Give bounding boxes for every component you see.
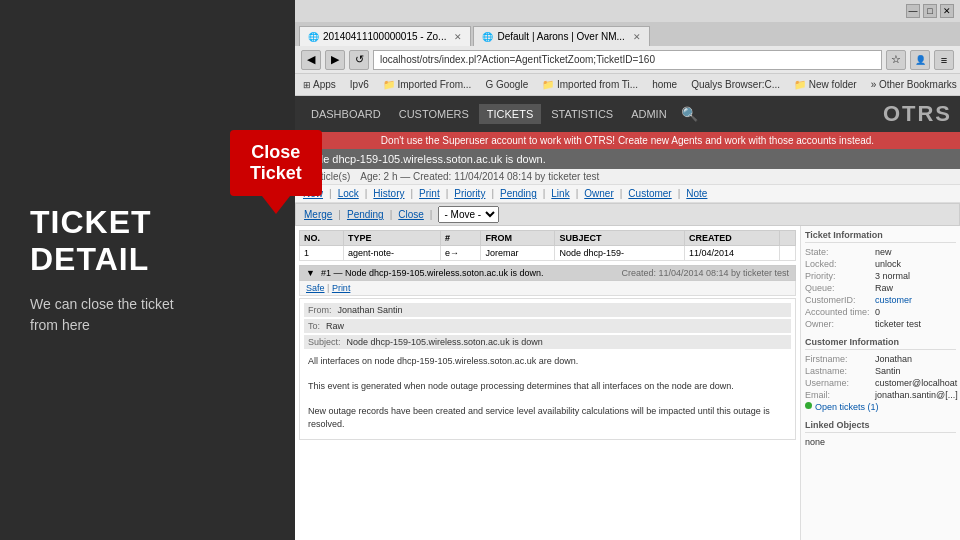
username-row: Username: customer@localhoat: [805, 378, 956, 388]
tab-1-close[interactable]: ✕: [454, 32, 462, 42]
action-owner[interactable]: Owner: [584, 188, 613, 199]
tab-2[interactable]: 🌐 Default | Aarons | Over NM... ✕: [473, 26, 649, 46]
owner-label: Owner:: [805, 319, 875, 329]
cell-subject: Node dhcp-159-: [555, 246, 685, 261]
cell-type: agent-note-: [344, 246, 441, 261]
linked-value: none: [805, 437, 956, 447]
nav-customers[interactable]: CUSTOMERS: [391, 104, 477, 124]
left-panel: TICKET DETAIL We can close the ticket fr…: [0, 0, 295, 540]
state-row: State: new: [805, 247, 956, 257]
bookmark-apps[interactable]: ⊞ Apps: [299, 78, 340, 91]
email-row: Email: jonathan.santin@[...]: [805, 390, 956, 400]
back-button[interactable]: ◀: [301, 50, 321, 70]
accounted-label: Accounted time:: [805, 307, 875, 317]
bookmark-imported[interactable]: 📁 Imported From...: [379, 78, 476, 91]
ticket-main: NO. TYPE # FROM SUBJECT CREATED 1 agent: [295, 226, 800, 540]
col-type: TYPE: [344, 231, 441, 246]
bookmark-home[interactable]: home: [648, 78, 681, 91]
nav-admin[interactable]: ADMIN: [623, 104, 674, 124]
nav-statistics[interactable]: STATISTICS: [543, 104, 621, 124]
ticket-info-section: Ticket Information State: new Locked: un…: [805, 230, 956, 329]
open-tickets-value[interactable]: Open tickets (1): [815, 402, 956, 412]
ticket-sidebar: Ticket Information State: new Locked: un…: [800, 226, 960, 540]
state-label: State:: [805, 247, 875, 257]
col-from: FROM: [481, 231, 555, 246]
state-value: new: [875, 247, 956, 257]
action-lock[interactable]: Lock: [338, 188, 359, 199]
ticket-actions: New | Lock | History | Print | Priority …: [295, 185, 960, 203]
browser-chrome: — □ ✕ 🌐 20140411100000015 - Zo... ✕ 🌐 De…: [295, 0, 960, 96]
cell-no: 1: [300, 246, 344, 261]
accounted-value: 0: [875, 307, 956, 317]
firstname-value: Jonathan: [875, 354, 956, 364]
queue-value: Raw: [875, 283, 956, 293]
star-button[interactable]: ☆: [886, 50, 906, 70]
action-link[interactable]: Link: [551, 188, 569, 199]
maximize-button[interactable]: □: [923, 4, 937, 18]
email-from-row: From: Jonathan Santin: [304, 303, 791, 317]
menu-button[interactable]: ≡: [934, 50, 954, 70]
customerid-value[interactable]: customer: [875, 295, 956, 305]
article-info: Age: 2 h — Created: 11/04/2014 08:14 by …: [360, 171, 599, 182]
subject-label: Subject:: [308, 337, 341, 347]
email-action-print[interactable]: Print: [332, 283, 351, 293]
forward-button[interactable]: ▶: [325, 50, 345, 70]
tab-1[interactable]: 🌐 20140411100000015 - Zo... ✕: [299, 26, 471, 46]
bookmark-new-folder[interactable]: 📁 New folder: [790, 78, 861, 91]
main-content: NO. TYPE # FROM SUBJECT CREATED 1 agent: [295, 226, 960, 540]
tab-2-close[interactable]: ✕: [633, 32, 641, 42]
col-hash: #: [440, 231, 481, 246]
action-history[interactable]: History: [373, 188, 404, 199]
owner-value: ticketer test: [875, 319, 956, 329]
priority-value: 3 normal: [875, 271, 956, 281]
email-value: jonathan.santin@[...]: [875, 390, 958, 400]
email-view: From: Jonathan Santin To: Raw Subject: N…: [299, 298, 796, 440]
bookmark-imported2[interactable]: 📁 Imported from Ti...: [538, 78, 642, 91]
lastname-row: Lastname: Santin: [805, 366, 956, 376]
cell-hash: e→: [440, 246, 481, 261]
email-expand-header[interactable]: ▼ #1 — Node dhcp-159-105.wireless.soton.…: [299, 265, 796, 281]
close-button[interactable]: ✕: [940, 4, 954, 18]
action-print[interactable]: Print: [419, 188, 440, 199]
cell-created: 11/04/2014: [684, 246, 779, 261]
move-dropdown[interactable]: - Move -: [438, 206, 499, 223]
cell-extra: [780, 246, 796, 261]
browser-panel: — □ ✕ 🌐 20140411100000015 - Zo... ✕ 🌐 De…: [295, 0, 960, 540]
ticket-title: Node dhcp-159-105.wireless.soton.ac.uk i…: [303, 153, 546, 165]
email-body: All interfaces on node dhcp-159-105.wire…: [304, 351, 791, 435]
bookmark-ipv6[interactable]: Ipv6: [346, 78, 373, 91]
close-ticket-callout: Close Ticket: [230, 130, 322, 196]
minimize-button[interactable]: —: [906, 4, 920, 18]
submenu-pending[interactable]: Pending: [347, 209, 384, 220]
email-action-safe[interactable]: Safe: [306, 283, 325, 293]
profile-button[interactable]: 👤: [910, 50, 930, 70]
email-actions: Safe | Print: [299, 281, 796, 296]
lastname-value: Santin: [875, 366, 956, 376]
action-priority[interactable]: Priority: [454, 188, 485, 199]
action-customer[interactable]: Customer: [628, 188, 671, 199]
from-value: Jonathan Santin: [338, 305, 403, 315]
article-bar: 1 Article(s) Age: 2 h — Created: 11/04/2…: [295, 169, 960, 185]
otrs-nav: DASHBOARD CUSTOMERS TICKETS STATISTICS A…: [303, 102, 702, 126]
owner-row: Owner: ticketer test: [805, 319, 956, 329]
nav-tickets[interactable]: TICKETS: [479, 104, 541, 124]
otrs-header: DASHBOARD CUSTOMERS TICKETS STATISTICS A…: [295, 96, 960, 132]
bookmark-google[interactable]: G Google: [481, 78, 532, 91]
open-tickets-row: Open tickets (1): [805, 402, 956, 412]
to-label: To:: [308, 321, 320, 331]
submenu-close[interactable]: Close: [398, 209, 424, 220]
action-pending[interactable]: Pending: [500, 188, 537, 199]
tab-1-label: 20140411100000015 - Zo...: [323, 31, 446, 42]
search-icon[interactable]: 🔍: [677, 102, 702, 126]
address-bar[interactable]: localhost/otrs/index.pl?Action=AgentTick…: [373, 50, 882, 70]
col-created: CREATED: [684, 231, 779, 246]
customerid-label: CustomerID:: [805, 295, 875, 305]
bookmark-other[interactable]: » Other Bookmarks: [867, 78, 960, 91]
action-note[interactable]: Note: [686, 188, 707, 199]
reload-button[interactable]: ↺: [349, 50, 369, 70]
from-label: From:: [308, 305, 332, 315]
bookmark-qualys[interactable]: Qualys Browser:C...: [687, 78, 784, 91]
nav-dashboard[interactable]: DASHBOARD: [303, 104, 389, 124]
lastname-label: Lastname:: [805, 366, 875, 376]
table-row[interactable]: 1 agent-note- e→ Joremar Node dhcp-159- …: [300, 246, 796, 261]
